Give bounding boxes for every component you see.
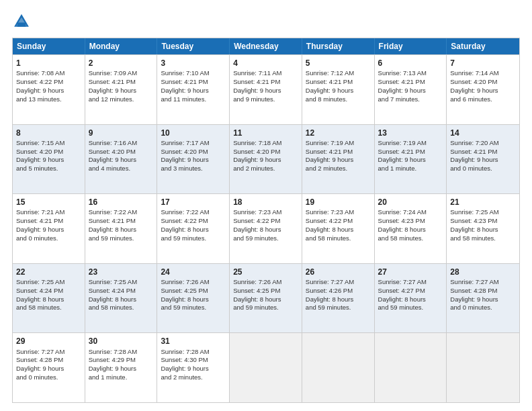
sunset-text: Sunset: 4:25 PM xyxy=(161,287,226,295)
sunrise-text: Sunrise: 7:15 AM xyxy=(16,139,81,148)
day-number: 6 xyxy=(378,58,443,68)
sunrise-text: Sunrise: 7:25 AM xyxy=(16,278,81,287)
calendar-week: 15Sunrise: 7:21 AMSunset: 4:21 PMDayligh… xyxy=(13,193,519,263)
sunset-text: Sunset: 4:20 PM xyxy=(89,148,154,156)
day-number: 20 xyxy=(378,197,443,208)
sunset-text: Sunset: 4:21 PM xyxy=(16,217,81,226)
sunset-text: Sunset: 4:20 PM xyxy=(233,148,298,156)
sunrise-text: Sunrise: 7:23 AM xyxy=(306,208,371,217)
sunset-text: Sunset: 4:24 PM xyxy=(16,287,81,295)
sunset-text: Sunset: 4:21 PM xyxy=(161,78,226,87)
day-number: 18 xyxy=(233,197,298,208)
daylight-hours: and 59 minutes. xyxy=(161,234,226,243)
calendar-day: 11Sunrise: 7:18 AMSunset: 4:20 PMDayligh… xyxy=(230,125,302,194)
calendar-header: SundayMondayTuesdayWednesdayThursdayFrid… xyxy=(13,38,519,54)
sunrise-text: Sunrise: 7:28 AM xyxy=(161,348,226,357)
sunrise-text: Sunrise: 7:21 AM xyxy=(16,208,81,217)
calendar-day: 19Sunrise: 7:23 AMSunset: 4:22 PMDayligh… xyxy=(302,194,375,263)
daylight-hours: and 7 minutes. xyxy=(378,95,443,104)
daylight-hours: and 4 minutes. xyxy=(89,165,154,173)
day-number: 17 xyxy=(161,197,226,208)
daylight-label: Daylight: 8 hours xyxy=(161,295,226,304)
daylight-label: Daylight: 9 hours xyxy=(89,156,154,165)
sunrise-text: Sunrise: 7:28 AM xyxy=(89,348,154,357)
sunrise-text: Sunrise: 7:22 AM xyxy=(161,208,226,217)
sunset-text: Sunset: 4:21 PM xyxy=(306,148,371,156)
calendar-day-empty xyxy=(375,333,447,402)
day-number: 31 xyxy=(161,336,226,347)
daylight-label: Daylight: 8 hours xyxy=(306,295,371,304)
sunset-text: Sunset: 4:21 PM xyxy=(233,78,298,87)
weekday-header: Saturday xyxy=(447,38,519,54)
daylight-label: Daylight: 8 hours xyxy=(378,295,443,304)
calendar-day: 3Sunrise: 7:10 AMSunset: 4:21 PMDaylight… xyxy=(157,55,230,124)
calendar-day-empty xyxy=(230,333,302,402)
daylight-hours: and 0 minutes. xyxy=(450,165,516,173)
daylight-hours: and 11 minutes. xyxy=(161,95,226,104)
sunrise-text: Sunrise: 7:19 AM xyxy=(378,139,443,148)
sunrise-text: Sunrise: 7:19 AM xyxy=(306,139,371,148)
daylight-hours: and 59 minutes. xyxy=(233,304,298,312)
weekday-header: Wednesday xyxy=(230,38,302,54)
day-number: 16 xyxy=(89,197,154,208)
daylight-label: Daylight: 9 hours xyxy=(233,87,298,95)
daylight-label: Daylight: 9 hours xyxy=(450,156,516,165)
sunrise-text: Sunrise: 7:20 AM xyxy=(450,139,516,148)
daylight-label: Daylight: 8 hours xyxy=(161,226,226,234)
sunset-text: Sunset: 4:23 PM xyxy=(378,217,443,226)
sunset-text: Sunset: 4:21 PM xyxy=(378,148,443,156)
daylight-hours: and 2 minutes. xyxy=(233,165,298,173)
weekday-header: Monday xyxy=(85,38,158,54)
calendar-day: 26Sunrise: 7:27 AMSunset: 4:26 PMDayligh… xyxy=(302,264,375,333)
daylight-hours: and 12 minutes. xyxy=(89,95,154,104)
calendar-day: 13Sunrise: 7:19 AMSunset: 4:21 PMDayligh… xyxy=(375,125,447,194)
sunrise-text: Sunrise: 7:12 AM xyxy=(306,69,371,78)
daylight-label: Daylight: 8 hours xyxy=(378,226,443,234)
sunrise-text: Sunrise: 7:27 AM xyxy=(450,278,516,287)
daylight-label: Daylight: 9 hours xyxy=(450,87,516,95)
daylight-label: Daylight: 9 hours xyxy=(89,87,154,95)
sunset-text: Sunset: 4:20 PM xyxy=(161,148,226,156)
day-number: 15 xyxy=(16,197,81,208)
daylight-hours: and 3 minutes. xyxy=(161,165,226,173)
calendar-day: 4Sunrise: 7:11 AMSunset: 4:21 PMDaylight… xyxy=(230,55,302,124)
daylight-label: Daylight: 8 hours xyxy=(16,295,81,304)
logo-icon xyxy=(12,12,31,31)
day-number: 28 xyxy=(450,267,516,277)
logo xyxy=(12,12,34,31)
daylight-label: Daylight: 9 hours xyxy=(450,295,516,304)
daylight-label: Daylight: 9 hours xyxy=(161,87,226,95)
sunrise-text: Sunrise: 7:26 AM xyxy=(233,278,298,287)
day-number: 2 xyxy=(89,58,154,68)
daylight-label: Daylight: 8 hours xyxy=(233,295,298,304)
day-number: 21 xyxy=(450,197,516,208)
daylight-hours: and 2 minutes. xyxy=(161,373,226,382)
calendar-day: 14Sunrise: 7:20 AMSunset: 4:21 PMDayligh… xyxy=(447,125,519,194)
sunrise-text: Sunrise: 7:23 AM xyxy=(233,208,298,217)
day-number: 10 xyxy=(161,128,226,138)
daylight-label: Daylight: 8 hours xyxy=(89,295,154,304)
daylight-hours: and 0 minutes. xyxy=(16,373,81,382)
daylight-hours: and 59 minutes. xyxy=(89,234,154,243)
calendar-day: 24Sunrise: 7:26 AMSunset: 4:25 PMDayligh… xyxy=(157,264,230,333)
calendar-body: 1Sunrise: 7:08 AMSunset: 4:22 PMDaylight… xyxy=(13,54,519,402)
daylight-label: Daylight: 8 hours xyxy=(450,226,516,234)
weekday-header: Thursday xyxy=(302,38,375,54)
daylight-hours: and 13 minutes. xyxy=(16,95,81,104)
calendar-day: 2Sunrise: 7:09 AMSunset: 4:21 PMDaylight… xyxy=(85,55,158,124)
calendar-day: 6Sunrise: 7:13 AMSunset: 4:21 PMDaylight… xyxy=(375,55,447,124)
sunset-text: Sunset: 4:25 PM xyxy=(233,287,298,295)
daylight-hours: and 59 minutes. xyxy=(306,304,371,312)
sunrise-text: Sunrise: 7:24 AM xyxy=(378,208,443,217)
sunset-text: Sunset: 4:22 PM xyxy=(306,217,371,226)
sunrise-text: Sunrise: 7:25 AM xyxy=(450,208,516,217)
sunset-text: Sunset: 4:23 PM xyxy=(450,217,516,226)
calendar-day: 20Sunrise: 7:24 AMSunset: 4:23 PMDayligh… xyxy=(375,194,447,263)
daylight-hours: and 59 minutes. xyxy=(233,234,298,243)
day-number: 3 xyxy=(161,58,226,68)
sunrise-text: Sunrise: 7:17 AM xyxy=(161,139,226,148)
day-number: 14 xyxy=(450,128,516,138)
calendar-day: 30Sunrise: 7:28 AMSunset: 4:29 PMDayligh… xyxy=(85,333,158,402)
sunset-text: Sunset: 4:22 PM xyxy=(233,217,298,226)
weekday-header: Friday xyxy=(375,38,447,54)
